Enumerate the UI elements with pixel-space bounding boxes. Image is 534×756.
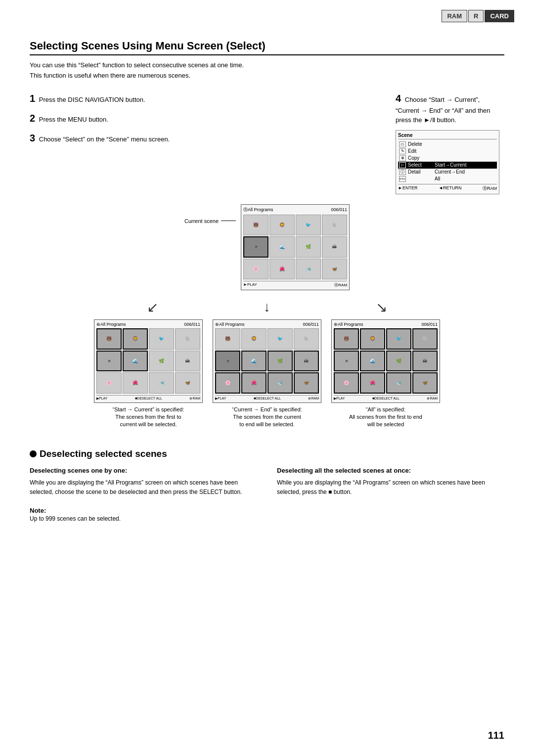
mini-menu-row-detail: ⓘ Detail Current→End bbox=[398, 169, 497, 176]
s1-thumb-12: 🦋 bbox=[175, 372, 200, 394]
step-1: 1 Press the DISC NAVIGATION button. bbox=[30, 91, 381, 106]
s1-thumb-7: 🌿 bbox=[149, 351, 174, 372]
step-4: 4 Choose “Start → Current”, “Current → E… bbox=[396, 91, 504, 125]
select-value: Start→Current bbox=[435, 162, 466, 168]
arrow-left: ↙ bbox=[147, 299, 158, 315]
thumb-4: 🐘 bbox=[322, 215, 347, 236]
delete-label: Delete bbox=[408, 141, 433, 147]
step-2-text: Press the MENU button. bbox=[39, 116, 108, 123]
s3-thumb-1: 🐻 bbox=[334, 328, 359, 350]
bullet-icon bbox=[30, 450, 37, 457]
arrow-row: ↙ ↓ ↘ bbox=[94, 299, 440, 315]
s2-thumb-9: 🌸 bbox=[215, 372, 240, 394]
detail-label: Detail bbox=[408, 169, 433, 175]
main-header-left: ⓇAll Programs bbox=[243, 207, 273, 213]
s1-thumb-6: 🌊 bbox=[123, 351, 148, 372]
thumb-5: ★ bbox=[243, 236, 268, 258]
s2-thumb-7: 🌿 bbox=[267, 351, 293, 372]
s3-thumb-6: 🌊 bbox=[360, 351, 385, 372]
screen-2: ⊛All Programs 006/011 🐻 🦁 🐦 🐘 ★ 🌊 🌿 🏔 🌸 … bbox=[213, 319, 321, 403]
screen-3-footer: ▶PLAY ■DESELECT ALL ⊛RAM bbox=[334, 395, 438, 400]
screen-2-grid: 🐻 🦁 🐦 🐘 ★ 🌊 🌿 🏔 🌸 🌺 🐋 🦋 bbox=[215, 328, 319, 394]
s2-deselect: ■DESELECT ALL bbox=[254, 397, 281, 400]
main-screen-with-label: Current scene ⓇAll Programs 006/011 🐻 🦁 … bbox=[184, 204, 350, 291]
screen-1: ⊛All Programs 006/011 🐻 🦁 🐦 🐘 ★ 🌊 🌿 🏔 🌸 … bbox=[94, 319, 203, 403]
copy-icon: ⊕ bbox=[399, 155, 406, 161]
screen-col-2: ⊛All Programs 006/011 🐻 🦁 🐦 🐘 ★ 🌊 🌿 🏔 🌸 … bbox=[218, 319, 316, 429]
page-number: 111 bbox=[488, 730, 504, 741]
thumb-7: 🌿 bbox=[296, 236, 321, 258]
main-screen-grid: 🐻 🦁 🐦 🐘 ★ 🌊 🌿 🏔 🌸 🌺 🐋 🦋 bbox=[243, 215, 347, 280]
s2-thumb-8: 🏔 bbox=[294, 351, 319, 372]
s1-thumb-10: 🌺 bbox=[123, 372, 148, 394]
edit-label: Edit bbox=[408, 148, 433, 154]
delete-icon: ▭ bbox=[399, 141, 406, 147]
screen-1-header: ⊛All Programs 006/011 bbox=[96, 322, 200, 327]
main-footer-right: ⓇRAM bbox=[334, 282, 347, 288]
detail-value: Current→End bbox=[435, 169, 465, 175]
s1-thumb-3: 🐦 bbox=[149, 328, 174, 350]
s3-ram: ⊛RAM bbox=[427, 397, 438, 400]
footer-enter: ►ENTER bbox=[398, 185, 417, 192]
main-screen: ⓇAll Programs 006/011 🐻 🦁 🐦 🐘 ★ 🌊 🌿 🏔 🌸 … bbox=[241, 204, 350, 291]
s3-thumb-7: 🌿 bbox=[386, 351, 411, 372]
s1-ram: ⊛RAM bbox=[189, 397, 200, 400]
s2-ram: ⊛RAM bbox=[308, 397, 319, 400]
edit-icon: ✎ bbox=[399, 148, 406, 154]
screen-1-footer: ▶PLAY ■DESELECT ALL ⊛RAM bbox=[96, 395, 200, 400]
diagram-area: Current scene ⓇAll Programs 006/011 🐻 🦁 … bbox=[30, 204, 504, 434]
main-screen-footer: ►PLAY ⓇRAM bbox=[243, 281, 347, 288]
s1-thumb-5: ★ bbox=[96, 351, 122, 372]
badge-card: CARD bbox=[485, 10, 514, 22]
s3-deselect: ■DESELECT ALL bbox=[372, 397, 400, 400]
mini-menu-row-select: ▷ Select Start→Current bbox=[398, 162, 497, 169]
badge-ram: RAM bbox=[442, 10, 467, 22]
s1-header-left: ⊛All Programs bbox=[96, 322, 126, 327]
bottom-screens-row: ⊛All Programs 006/011 🐻 🦁 🐦 🐘 ★ 🌊 🌿 🏔 🌸 … bbox=[99, 319, 435, 429]
step-1-text: Press the DISC NAVIGATION button. bbox=[39, 96, 145, 103]
s2-play: ▶PLAY bbox=[215, 397, 226, 400]
s2-thumb-3: 🐦 bbox=[267, 328, 293, 350]
mini-menu-row-copy: ⊕ Copy bbox=[398, 155, 497, 162]
step-2-num: 2 bbox=[30, 113, 35, 124]
s3-thumb-11: 🐋 bbox=[386, 372, 411, 394]
s3-thumb-10: 🌺 bbox=[360, 372, 385, 394]
s2-thumb-4: 🐘 bbox=[294, 328, 319, 350]
ftc-value: All bbox=[435, 176, 440, 181]
s2-thumb-6: 🌊 bbox=[241, 351, 267, 372]
select-label: Select bbox=[408, 162, 433, 168]
screen-col-1: ⊛All Programs 006/011 🐻 🦁 🐦 🐘 ★ 🌊 🌿 🏔 🌸 … bbox=[99, 319, 198, 429]
s3-thumb-2: 🦁 bbox=[360, 328, 385, 350]
s1-deselect: ■DESELECT ALL bbox=[135, 397, 162, 400]
s1-play: ▶PLAY bbox=[96, 397, 107, 400]
main-header-right: 006/011 bbox=[331, 207, 348, 212]
deselect-one-by-one: Deselecting scenes one by one: While you… bbox=[30, 467, 257, 497]
note-label: Note: bbox=[30, 507, 504, 514]
steps-container: 1 Press the DISC NAVIGATION button. 2 Pr… bbox=[30, 91, 504, 194]
badge-r: R bbox=[468, 10, 484, 22]
s3-thumb-4: 🐘 bbox=[412, 328, 438, 350]
s2-thumb-2: 🦁 bbox=[241, 328, 267, 350]
ftc-icon: FTC bbox=[399, 176, 406, 182]
thumb-11: 🐋 bbox=[296, 259, 321, 280]
current-scene-label: Current scene bbox=[184, 218, 236, 224]
s3-thumb-9: 🌸 bbox=[334, 372, 359, 394]
arrow-right: ↘ bbox=[376, 299, 387, 315]
step-3-num: 3 bbox=[30, 133, 35, 143]
mini-menu-footer: ►ENTER ◄RETURN ⓇRAM bbox=[398, 184, 497, 192]
step-4-num: 4 bbox=[396, 93, 401, 104]
step-2: 2 Press the MENU button. bbox=[30, 111, 381, 126]
s2-header-right: 006/011 bbox=[303, 322, 319, 327]
s1-header-right: 006/011 bbox=[184, 322, 200, 327]
s3-thumb-5: ★ bbox=[334, 351, 359, 372]
deselect-all-at-once: Deselecting all the selected scenes at o… bbox=[277, 467, 504, 497]
select-icon: ▷ bbox=[399, 162, 406, 168]
screen-2-caption: “Current → End” is specified: The scenes… bbox=[232, 406, 302, 429]
screen-2-footer: ▶PLAY ■DESELECT ALL ⊛RAM bbox=[215, 395, 319, 400]
mini-menu-row-delete: ▭ Delete bbox=[398, 141, 497, 148]
s1-thumb-2: 🦁 bbox=[123, 328, 148, 350]
deselect-two-col: Deselecting scenes one by one: While you… bbox=[30, 467, 504, 497]
mini-menu-screenshot: Scene ▭ Delete ✎ Edit ⊕ Copy ▷ Select St… bbox=[396, 130, 499, 194]
arrow-center: ↓ bbox=[264, 299, 270, 315]
s1-thumb-4: 🐘 bbox=[175, 328, 200, 350]
